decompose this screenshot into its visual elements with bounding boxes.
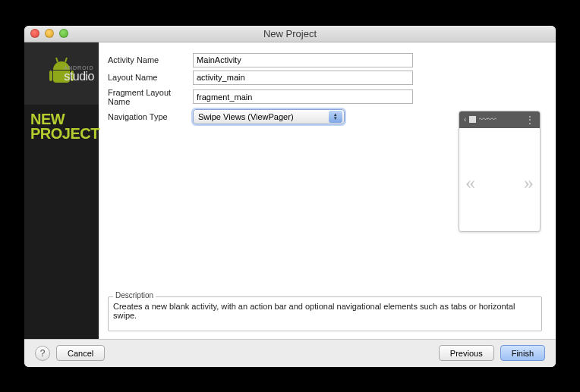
chevron-updown-icon: ▴▾ [329, 111, 342, 123]
back-icon: ‹ [464, 115, 466, 124]
new-project-window: New Project ANDROID studio NEW PROJECT A [24, 26, 556, 367]
app-icon [469, 116, 476, 123]
finish-button[interactable]: Finish [500, 345, 545, 361]
zoom-icon[interactable] [59, 29, 68, 38]
layout-name-input[interactable] [193, 71, 413, 85]
navigation-type-label: Navigation Type [108, 112, 193, 121]
help-button[interactable]: ? [35, 346, 50, 361]
preview-actionbar: ‹ 〰〰 ⋮ [459, 111, 540, 128]
fragment-layout-name-input[interactable] [193, 89, 413, 104]
wizard-sidebar: ANDROID studio NEW PROJECT [24, 42, 99, 339]
dialog-content: ANDROID studio NEW PROJECT Activity Name… [24, 42, 556, 340]
window-controls [24, 29, 68, 38]
brand-big: studio [64, 69, 94, 82]
brand-logo: ANDROID studio [24, 42, 99, 105]
preview-title-placeholder: 〰〰 [479, 114, 522, 125]
titlebar: New Project [24, 26, 556, 42]
layout-name-label: Layout Name [108, 73, 193, 82]
description-text: Creates a new blank activity, with an ac… [113, 299, 537, 320]
brand-text: ANDROID studio [64, 64, 94, 82]
cancel-button[interactable]: Cancel [56, 345, 105, 361]
form-area: Activity Name Layout Name Fragment Layou… [99, 42, 556, 339]
swipe-left-icon: « [465, 171, 475, 194]
swipe-right-icon: » [524, 171, 534, 194]
overflow-icon: ⋮ [525, 114, 535, 125]
activity-name-input[interactable] [193, 53, 413, 67]
close-icon[interactable] [30, 29, 39, 38]
wizard-step-title: NEW PROJECT [24, 105, 99, 149]
description-legend: Description [113, 291, 156, 299]
activity-name-label: Activity Name [108, 55, 193, 64]
minimize-icon[interactable] [45, 29, 54, 38]
description-box: Description Creates a new blank activity… [108, 296, 542, 331]
navigation-type-select[interactable]: Swipe Views (ViewPager) ▴▾ [193, 109, 345, 124]
previous-button[interactable]: Previous [439, 345, 494, 361]
navigation-type-value: Swipe Views (ViewPager) [198, 112, 294, 121]
fragment-layout-name-label: Fragment Layout Name [108, 88, 193, 106]
navigation-preview: ‹ 〰〰 ⋮ « » [459, 111, 541, 232]
window-title: New Project [24, 28, 556, 39]
dialog-footer: ? Cancel Previous Finish [24, 340, 556, 367]
